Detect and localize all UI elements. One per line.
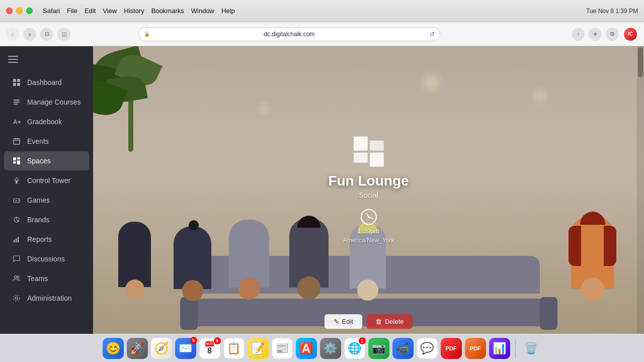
teams-icon: [12, 274, 21, 283]
gradebook-label: Gradebook: [27, 118, 62, 126]
sidebar: Dashboard Manage Courses A+: [0, 46, 93, 334]
dock-trash[interactable]: 🗑️: [521, 338, 542, 359]
dock-screenshot[interactable]: 📷: [368, 338, 389, 359]
svg-point-22: [18, 201, 19, 202]
svg-rect-11: [14, 140, 20, 141]
svg-rect-25: [16, 238, 17, 242]
dock-pdf2[interactable]: PDF: [465, 338, 486, 359]
sidebar-item-reports[interactable]: Reports: [4, 230, 89, 249]
person-2: [174, 226, 211, 301]
svg-marker-16: [15, 177, 19, 180]
teams-label: Teams: [27, 275, 48, 283]
main-layout: Dashboard Manage Courses A+: [0, 46, 644, 334]
svg-point-28: [17, 276, 19, 278]
hamburger-menu-button[interactable]: [8, 54, 18, 64]
address-bar[interactable]: 🔒 dc.digitalchalk.com ↺: [138, 27, 440, 41]
sidebar-toggle-button[interactable]: ◫: [57, 28, 70, 41]
space-type: Social: [328, 191, 409, 199]
svg-rect-24: [14, 240, 15, 242]
menu-file[interactable]: File: [67, 7, 77, 15]
maximize-window-button[interactable]: [26, 8, 33, 14]
edit-button[interactable]: ✎ Edit: [325, 314, 362, 329]
person-4: [289, 218, 329, 300]
sidebar-item-discussions[interactable]: Discussions: [4, 249, 89, 268]
dock-calendar[interactable]: NOV 8 8: [199, 338, 220, 359]
user-avatar[interactable]: /C: [623, 27, 638, 42]
dock-mail[interactable]: ✉️ 5: [175, 338, 196, 359]
space-icon: [354, 137, 384, 167]
menu-view[interactable]: View: [103, 7, 117, 15]
space-card: Fun Lounge Social 1:39pm America/New_Yor…: [328, 137, 409, 244]
person-6: [571, 216, 614, 302]
administration-label: Administration: [27, 294, 72, 302]
svg-rect-0: [13, 79, 16, 82]
tab-view-button[interactable]: ⊡: [40, 28, 53, 41]
dock-zoom[interactable]: 📹: [392, 338, 414, 359]
close-window-button[interactable]: [6, 8, 13, 14]
sidebar-item-events[interactable]: Events: [4, 132, 89, 151]
browser-right-controls: ↑ + ⧉ /C: [572, 27, 638, 42]
sidebar-item-control-tower[interactable]: Control Tower: [4, 171, 89, 190]
traffic-lights: [6, 8, 33, 14]
back-button[interactable]: ‹: [6, 28, 19, 41]
scroll-bar[interactable]: [637, 46, 644, 334]
reload-icon[interactable]: ↺: [430, 31, 435, 38]
svg-rect-6: [14, 104, 18, 105]
spaces-label: Spaces: [27, 157, 51, 165]
sidebar-nav: Dashboard Manage Courses A+: [0, 68, 93, 334]
dock-finder[interactable]: 😊: [103, 338, 124, 359]
svg-point-27: [15, 276, 17, 279]
dock-chrome[interactable]: 🌐 1: [344, 338, 365, 359]
dock-systemprefs[interactable]: ⚙️: [320, 338, 341, 359]
sidebar-item-games[interactable]: Games: [4, 191, 89, 210]
sidebar-item-spaces[interactable]: Spaces: [4, 151, 89, 170]
clock-icon: [361, 209, 377, 225]
menu-safari[interactable]: Safari: [43, 7, 60, 15]
dock-pdf1[interactable]: PDF: [441, 338, 462, 359]
new-tab-button[interactable]: +: [589, 28, 602, 41]
svg-rect-10: [18, 138, 19, 140]
delete-button[interactable]: 🗑 Delete: [366, 314, 413, 329]
menu-help[interactable]: Help: [221, 7, 235, 15]
dock-launchpad[interactable]: 🚀: [127, 338, 148, 359]
menu-history[interactable]: History: [124, 7, 144, 15]
menu-edit[interactable]: Edit: [85, 7, 96, 15]
control-tower-icon: [12, 176, 21, 185]
discussions-icon: [12, 254, 21, 263]
svg-rect-9: [15, 138, 16, 140]
show-tabs-button[interactable]: ⧉: [606, 28, 619, 41]
svg-point-21: [18, 200, 19, 201]
sidebar-header: [0, 46, 93, 68]
games-icon: [12, 196, 21, 205]
svg-rect-26: [18, 237, 19, 242]
svg-rect-4: [14, 100, 20, 101]
sidebar-item-teams[interactable]: Teams: [4, 269, 89, 288]
delete-label: Delete: [385, 318, 404, 325]
mac-titlebar: Safari File Edit View History Bookmarks …: [0, 0, 644, 22]
dock-reminders[interactable]: 📋: [223, 338, 245, 359]
menu-window[interactable]: Window: [191, 7, 214, 15]
minimize-window-button[interactable]: [16, 8, 23, 14]
scroll-thumb: [638, 47, 643, 77]
dock-slack[interactable]: 💬: [417, 338, 438, 359]
forward-button[interactable]: ›: [23, 28, 36, 41]
share-button[interactable]: ↑: [572, 28, 585, 41]
menu-bookmarks[interactable]: Bookmarks: [151, 7, 184, 15]
sidebar-item-gradebook[interactable]: A+ Gradebook: [4, 112, 89, 131]
sidebar-item-administration[interactable]: Administration: [4, 289, 89, 308]
sidebar-item-brands[interactable]: Brands: [4, 210, 89, 229]
dock-news[interactable]: 📰: [272, 338, 293, 359]
sidebar-item-manage-courses[interactable]: Manage Courses: [4, 93, 89, 112]
dock-manage[interactable]: 📊: [489, 338, 510, 359]
mail-badge: 5: [190, 337, 197, 344]
dock-notes[interactable]: 📝: [248, 338, 269, 359]
dock-safari[interactable]: 🧭: [151, 338, 172, 359]
browser-chrome: ‹ › ⊡ ◫ 🔒 dc.digitalchalk.com ↺ ↑ + ⧉ /C: [0, 22, 644, 46]
mac-menu-bar: Safari File Edit View History Bookmarks …: [43, 7, 235, 15]
svg-point-30: [14, 295, 20, 301]
svg-rect-3: [17, 83, 20, 86]
person-1: [118, 222, 151, 299]
dashboard-icon: [12, 78, 21, 87]
sidebar-item-dashboard[interactable]: Dashboard: [4, 73, 89, 92]
dock-appstore[interactable]: 🅰️: [296, 338, 317, 359]
